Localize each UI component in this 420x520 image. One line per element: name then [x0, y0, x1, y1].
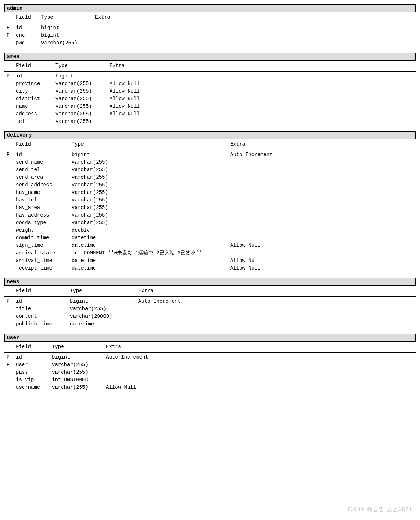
header-pk — [4, 343, 16, 351]
table-row: goods_typevarchar(255) — [4, 219, 416, 227]
field-type: datetime — [72, 265, 230, 272]
header-extra: Extra — [230, 141, 245, 148]
table-header: FieldTypeExtra — [4, 342, 416, 352]
field-type: double — [72, 227, 230, 234]
field-extra: Allow Null — [106, 384, 136, 391]
pk-marker: P — [4, 354, 16, 361]
field-name: cno — [16, 32, 41, 39]
pk-marker — [4, 376, 16, 384]
pk-marker — [4, 320, 16, 328]
header-type: Type — [70, 287, 138, 295]
field-name: send_address — [16, 181, 72, 189]
field-type: datetime — [72, 242, 230, 249]
table-row: receipt_timedatetimeAllow Null — [4, 265, 416, 272]
table-row: hav_addressvarchar(255) — [4, 212, 416, 219]
field-type: varchar(255) — [52, 384, 106, 391]
field-name: arrival_state — [16, 249, 72, 257]
table-row: PidbigintAuto Increment — [4, 298, 416, 305]
header-type: Type — [72, 141, 230, 148]
field-name: id — [16, 298, 70, 305]
field-type: bigint — [52, 354, 106, 361]
field-type: varchar(255) — [72, 219, 230, 227]
field-extra: Auto Increment — [106, 354, 148, 361]
field-name: id — [16, 24, 41, 32]
table-row: is_vipint UNSIGNED — [4, 376, 416, 384]
pk-marker — [4, 212, 16, 219]
table-row: PidbigintAuto Increment — [4, 354, 416, 361]
table-body: PidbigintPcnobigintpwdvarchar(255) — [4, 23, 416, 47]
table-row: hav_namevarchar(255) — [4, 189, 416, 196]
table-body: Pidbigintprovincevarchar(255)Allow Nullc… — [4, 71, 416, 125]
header-row: FieldTypeExtra — [4, 141, 416, 148]
field-extra: Allow Null — [230, 257, 260, 265]
field-type: int COMMENT ''0未发货 1运输中 2已入站 3已签收'' — [72, 249, 230, 257]
pk-marker — [4, 189, 16, 196]
field-name: id — [16, 354, 52, 361]
field-extra: Auto Increment — [230, 151, 273, 159]
field-type: varchar(20000) — [70, 313, 138, 320]
field-name: send_tel — [16, 166, 72, 174]
table-body: PidbigintAuto IncrementPuservarchar(255)… — [4, 352, 416, 391]
pk-marker: P — [4, 298, 16, 305]
table-row: districtvarchar(255)Allow Null — [4, 95, 416, 103]
table-row: Pcnobigint — [4, 32, 416, 39]
header-row: FieldTypeExtra — [4, 14, 416, 21]
table-row: send_telvarchar(255) — [4, 166, 416, 174]
field-name: receipt_time — [16, 265, 72, 272]
header-pk — [4, 62, 16, 70]
table-title: delivery — [4, 131, 416, 139]
pk-marker — [4, 110, 16, 118]
pk-marker — [4, 159, 16, 166]
pk-marker — [4, 118, 16, 125]
header-field: Field — [16, 287, 70, 295]
field-type: varchar(255) — [72, 159, 230, 166]
header-pk — [4, 141, 16, 148]
field-type: varchar(255) — [70, 305, 138, 313]
pk-marker — [4, 227, 16, 234]
table-row: addressvarchar(255)Allow Null — [4, 110, 416, 118]
field-type: varchar(255) — [72, 212, 230, 219]
table-row: PidbigintAuto Increment — [4, 151, 416, 159]
header-extra: Extra — [110, 62, 125, 70]
table-row: namevarchar(255)Allow Null — [4, 103, 416, 110]
field-name: publish_time — [16, 320, 70, 328]
table-row: arrival_timedatetimeAllow Null — [4, 257, 416, 265]
field-name: is_vip — [16, 376, 52, 384]
table-admin: admin FieldTypeExtraPidbigintPcnobigintp… — [4, 4, 416, 47]
field-name: arrival_time — [16, 257, 72, 265]
field-name: city — [16, 88, 55, 95]
header-row: FieldTypeExtra — [4, 62, 416, 70]
schema-document: admin FieldTypeExtraPidbigintPcnobigintp… — [4, 4, 416, 462]
header-extra: Extra — [95, 14, 110, 21]
table-header: FieldTypeExtra — [4, 286, 416, 297]
header-field: Field — [16, 14, 41, 21]
table-row: weightdouble — [4, 227, 416, 234]
field-extra: Allow Null — [110, 110, 140, 118]
field-type: varchar(255) — [72, 196, 230, 204]
table-user: user FieldTypeExtraPidbigintAuto Increme… — [4, 334, 416, 391]
field-type: varchar(255) — [41, 39, 95, 47]
table-body: PidbigintAuto Incrementtitlevarchar(255)… — [4, 297, 416, 328]
field-type: bigint — [41, 24, 95, 32]
pk-marker — [4, 80, 16, 88]
pk-marker — [4, 39, 16, 47]
header-field: Field — [16, 141, 72, 148]
pk-marker — [4, 242, 16, 249]
table-title: user — [4, 334, 416, 342]
header-type: Type — [55, 62, 110, 70]
header-type: Type — [52, 343, 106, 351]
field-name: title — [16, 305, 70, 313]
table-row: send_areavarchar(255) — [4, 174, 416, 181]
header-row: FieldTypeExtra — [4, 343, 416, 351]
pk-marker — [4, 95, 16, 103]
table-title: area — [4, 53, 416, 61]
field-type: varchar(255) — [72, 166, 230, 174]
table-row: sign_timedatetimeAllow Null — [4, 242, 416, 249]
field-type: bigint — [70, 298, 138, 305]
table-row: hav_areavarchar(255) — [4, 204, 416, 212]
table-row: send_addressvarchar(255) — [4, 181, 416, 189]
pk-marker — [4, 219, 16, 227]
pk-marker — [4, 88, 16, 95]
pk-marker — [4, 196, 16, 204]
field-extra: Allow Null — [110, 80, 140, 88]
